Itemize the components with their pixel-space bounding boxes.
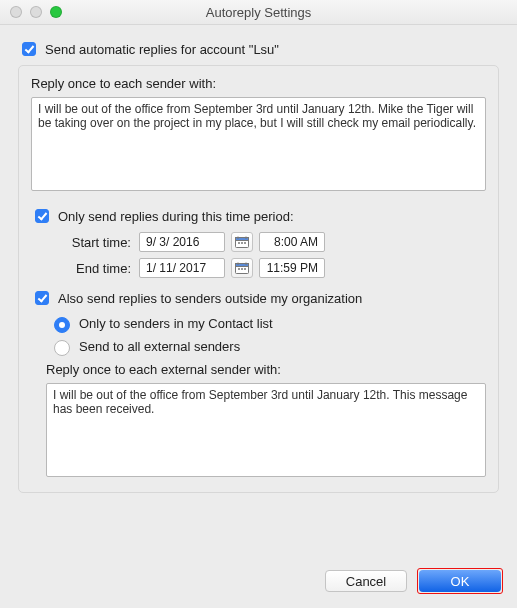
end-date-picker-button[interactable] [231, 258, 253, 278]
svg-rect-8 [236, 264, 249, 267]
internal-reply-textarea[interactable] [31, 97, 486, 191]
zoom-icon[interactable] [50, 6, 62, 18]
traffic-lights [10, 6, 62, 18]
start-time-row: Start time: 9/ 3/ 2016 8:00 AM [49, 232, 486, 252]
ok-button[interactable]: OK [419, 570, 501, 592]
dialog-footer: Cancel OK [325, 568, 503, 594]
content: Send automatic replies for account "Lsu"… [0, 25, 517, 507]
ok-highlight: OK [417, 568, 503, 594]
autoreply-settings-window: Autoreply Settings Send automatic replie… [0, 0, 517, 608]
start-date-field[interactable]: 9/ 3/ 2016 [139, 232, 225, 252]
svg-rect-11 [238, 268, 240, 270]
end-date-field[interactable]: 1/ 11/ 2017 [139, 258, 225, 278]
time-period-label: Only send replies during this time perio… [58, 209, 294, 224]
internal-reply-label: Reply once to each sender with: [31, 76, 486, 91]
start-date-picker-button[interactable] [231, 232, 253, 252]
external-contacts-radio[interactable] [54, 317, 70, 333]
window-title: Autoreply Settings [0, 5, 517, 20]
titlebar: Autoreply Settings [0, 0, 517, 25]
external-all-label: Send to all external senders [79, 339, 240, 354]
close-icon[interactable] [10, 6, 22, 18]
send-automatic-replies-checkbox[interactable] [22, 42, 36, 56]
svg-rect-13 [244, 268, 246, 270]
external-reply-label: Reply once to each external sender with: [46, 362, 486, 377]
start-time-field[interactable]: 8:00 AM [259, 232, 325, 252]
end-time-field[interactable]: 11:59 PM [259, 258, 325, 278]
time-period-checkbox[interactable] [35, 209, 49, 223]
svg-rect-1 [236, 238, 249, 241]
settings-group: Reply once to each sender with: Only sen… [18, 65, 499, 493]
cancel-button[interactable]: Cancel [325, 570, 407, 592]
svg-rect-12 [241, 268, 243, 270]
external-replies-label: Also send replies to senders outside my … [58, 291, 362, 306]
calendar-icon [235, 262, 249, 274]
calendar-icon [235, 236, 249, 248]
start-time-label: Start time: [49, 235, 133, 250]
send-automatic-replies-label: Send automatic replies for account "Lsu" [45, 42, 279, 57]
end-time-label: End time: [49, 261, 133, 276]
end-time-row: End time: 1/ 11/ 2017 11:59 PM [49, 258, 486, 278]
svg-rect-5 [241, 242, 243, 244]
external-all-radio[interactable] [54, 340, 70, 356]
svg-rect-4 [238, 242, 240, 244]
minimize-icon[interactable] [30, 6, 42, 18]
external-reply-textarea[interactable] [46, 383, 486, 477]
svg-rect-6 [244, 242, 246, 244]
external-contacts-label: Only to senders in my Contact list [79, 316, 273, 331]
external-replies-checkbox[interactable] [35, 291, 49, 305]
